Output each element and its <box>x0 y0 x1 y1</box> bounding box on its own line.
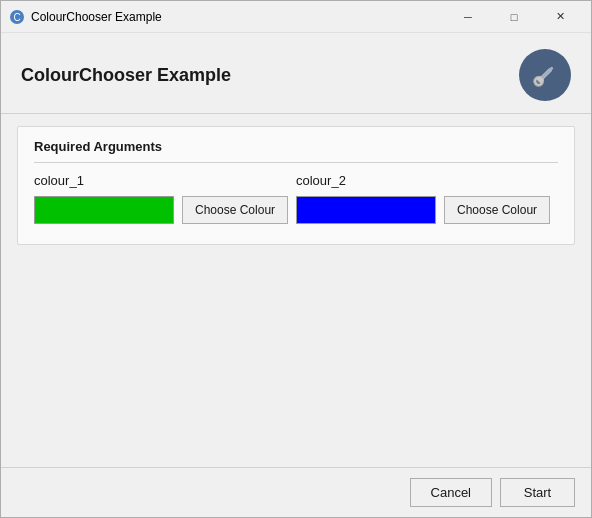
section-title: Required Arguments <box>34 139 558 163</box>
maximize-button[interactable]: □ <box>491 1 537 33</box>
main-window: C ColourChooser Example ─ □ ✕ ColourChoo… <box>0 0 592 518</box>
minimize-button[interactable]: ─ <box>445 1 491 33</box>
arguments-row: colour_1 Choose Colour colour_2 Choose C… <box>34 173 558 224</box>
close-button[interactable]: ✕ <box>537 1 583 33</box>
app-icon: C <box>9 9 25 25</box>
svg-text:C: C <box>13 12 20 23</box>
colour-2-group: colour_2 Choose Colour <box>296 173 558 224</box>
header: ColourChooser Example <box>1 33 591 114</box>
colour-1-swatch <box>34 196 174 224</box>
colour-1-label: colour_1 <box>34 173 296 188</box>
title-bar-buttons: ─ □ ✕ <box>445 1 583 33</box>
app-title: ColourChooser Example <box>21 65 231 86</box>
colour-2-label: colour_2 <box>296 173 558 188</box>
title-bar: C ColourChooser Example ─ □ ✕ <box>1 1 591 33</box>
colour-1-row: Choose Colour <box>34 196 296 224</box>
choose-colour-1-button[interactable]: Choose Colour <box>182 196 288 224</box>
cancel-button[interactable]: Cancel <box>410 478 492 507</box>
wrench-icon <box>519 49 571 101</box>
svg-rect-5 <box>540 66 553 79</box>
main-panel: Required Arguments colour_1 Choose Colou… <box>1 114 591 467</box>
colour-2-row: Choose Colour <box>296 196 558 224</box>
start-button[interactable]: Start <box>500 478 575 507</box>
title-bar-text: ColourChooser Example <box>31 10 445 24</box>
colour-1-group: colour_1 Choose Colour <box>34 173 296 224</box>
choose-colour-2-button[interactable]: Choose Colour <box>444 196 550 224</box>
required-arguments-section: Required Arguments colour_1 Choose Colou… <box>17 126 575 245</box>
colour-2-swatch <box>296 196 436 224</box>
content-area: ColourChooser Example <box>1 33 591 517</box>
spacer <box>1 257 591 467</box>
footer: Cancel Start <box>1 467 591 517</box>
